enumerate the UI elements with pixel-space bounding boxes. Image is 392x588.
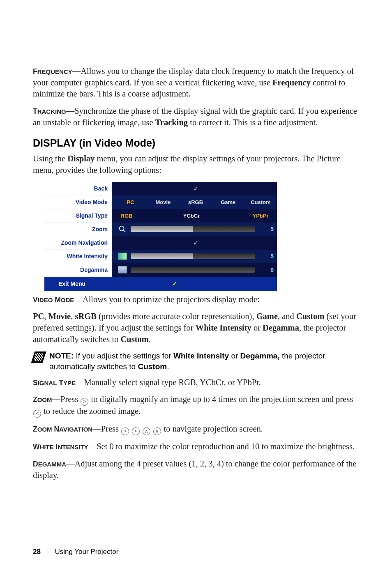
osd-row-white-intensity: White Intensity 5 — [44, 250, 277, 263]
osd-label-video-mode[interactable]: Video Mode — [44, 195, 112, 209]
note-t1: If you adjust the settings for — [74, 351, 173, 360]
signal-type-paragraph: SIGNAL TYPE—Manually select signal type … — [33, 377, 359, 388]
sep-comma: , — [44, 312, 48, 321]
tracking-term-rest: RACKING — [37, 108, 66, 115]
osd-zoom-values: 5 — [112, 223, 277, 236]
footer-separator — [48, 549, 48, 555]
white-int-term: W — [33, 443, 40, 451]
video-mode-term2: M — [53, 296, 60, 304]
note-b2: Degamma, — [240, 351, 280, 360]
right-button-icon: > — [81, 398, 88, 406]
white-int-term2-r: NTENSITY — [58, 443, 88, 450]
osd-opt-game[interactable]: Game — [212, 199, 244, 205]
intro-bold: Display — [67, 154, 95, 163]
video-mode-term: V — [33, 296, 38, 304]
sep: — — [76, 378, 84, 387]
video-mode-options-paragraph: PC, Movie, sRGB (provides more accurate … — [33, 311, 359, 345]
zoom-nav-t2: to navigate projection screen. — [161, 424, 263, 433]
check-icon: ✓ — [114, 239, 277, 247]
down-button-icon: ∨ — [153, 427, 161, 435]
note-b3: Custom — [138, 362, 167, 371]
opt-text1: (provides more accurate color representa… — [97, 312, 256, 321]
opt-custom2: Custom — [121, 335, 149, 344]
zoom-navigation-paragraph: ZOOM NAVIGATION—Press > < ∧ ∨ to navigat… — [33, 423, 359, 435]
degamma-value: 0 — [258, 266, 277, 273]
osd-zoom-nav-value: ✓ — [112, 236, 277, 250]
opt-white-intensity: White Intensity — [196, 323, 251, 332]
zoom-paragraph: ZOOM—Press > to digitally magnify an ima… — [33, 394, 359, 418]
right-button-icon: > — [121, 427, 129, 435]
sep-comma: , — [71, 312, 75, 321]
degamma-slider[interactable] — [131, 267, 255, 273]
frequency-bold: Frequency — [272, 78, 311, 87]
zoom-nav-term-r: OOM — [37, 426, 52, 433]
osd-opt-ycbcr[interactable]: YCbCr — [139, 213, 244, 219]
tracking-text-2: to correct it. This is a fine adjustment… — [188, 118, 318, 127]
osd-signal-type-values: RGB YCbCr YPbPr — [112, 209, 277, 223]
frequency-term-rest: REQUENCY — [37, 68, 72, 75]
osd-exit-menu[interactable]: Exit Menu ✓ — [44, 277, 277, 291]
zoom-value: 5 — [258, 226, 277, 232]
magnify-icon — [114, 225, 131, 234]
degamma-term-r: EGAMMA — [38, 461, 66, 468]
zoom-nav-term2: N — [52, 425, 60, 433]
note-b1: White Intensity — [173, 351, 229, 360]
zoom-t3: to reduce the zoomed image. — [42, 407, 141, 416]
sep: — — [74, 295, 83, 304]
white-int-term-r: HITE — [40, 443, 54, 450]
zoom-t1: Press — [60, 395, 80, 404]
osd-row-zoom: Zoom 5 — [44, 223, 277, 236]
note-text: NOTE: If you adjust the settings for Whi… — [49, 351, 359, 372]
osd-row-back: Back ✓ — [44, 182, 277, 195]
osd-label-back[interactable]: Back — [44, 182, 112, 195]
section-name: Using Your Projector — [55, 548, 118, 556]
tracking-paragraph: TRACKING—Synchronize the phase of the di… — [33, 106, 359, 128]
curve-icon — [114, 266, 131, 273]
opt-movie: Movie — [48, 312, 71, 321]
up-button-icon: ∧ — [143, 427, 150, 435]
degamma-paragraph: DEGAMMA—Adjust among the 4 preset values… — [33, 458, 359, 481]
osd-degamma-values: 0 — [112, 263, 277, 277]
osd-row-video-mode: Video Mode PC Movie sRGB Game Custom — [44, 195, 277, 209]
opt-text3: or — [251, 323, 263, 332]
osd-label-zoom-nav[interactable]: Zoom Navigation — [44, 236, 112, 250]
osd-label-degamma[interactable]: Degamma — [44, 263, 112, 277]
osd-opt-movie[interactable]: Movie — [147, 199, 179, 205]
osd-row-signal-type: Signal Type RGB YCbCr YPbPr — [44, 209, 277, 223]
osd-video-mode-values: PC Movie sRGB Game Custom — [112, 195, 277, 209]
opt-degamma: Degamma — [263, 323, 299, 332]
check-icon: ✓ — [172, 280, 177, 287]
svg-line-1 — [123, 230, 126, 232]
white-intensity-slider[interactable] — [131, 253, 255, 259]
osd-white-int-values: 5 — [112, 250, 277, 263]
video-mode-term-r: IDEO — [38, 296, 53, 303]
zoom-nav-t1: Press — [101, 424, 121, 433]
signal-type-term: S — [33, 379, 38, 387]
osd-opt-srgb[interactable]: sRGB — [179, 199, 212, 205]
left-button-icon: < — [132, 427, 140, 435]
signal-type-term-r: IGNAL — [38, 379, 57, 386]
osd-opt-pc[interactable]: PC — [114, 199, 147, 205]
frequency-term: F — [33, 67, 37, 76]
opt-game: Game — [256, 312, 278, 321]
intro-t1: Using the — [33, 154, 67, 163]
zoom-slider[interactable] — [131, 226, 255, 232]
note-icon — [31, 351, 46, 363]
osd-row-zoom-nav: Zoom Navigation ✓ — [44, 236, 277, 250]
osd-label-signal-type[interactable]: Signal Type — [44, 209, 112, 223]
opt-custom: Custom — [296, 312, 324, 321]
intro-paragraph: Using the Display menu, you can adjust t… — [33, 153, 359, 176]
osd-opt-custom[interactable]: Custom — [244, 199, 277, 205]
osd-label-white-intensity[interactable]: White Intensity — [44, 250, 112, 263]
frequency-paragraph: FFREQUENCYREQUENCY—Allows you to change … — [33, 66, 359, 100]
white-int-term2: I — [54, 443, 58, 451]
section-heading: DISPLAY (in Video Mode) — [33, 137, 359, 149]
zoom-term: Z — [33, 395, 37, 404]
opt-srgb: sRGB — [75, 312, 96, 321]
signal-type-text: Manually select signal type RGB, YCbCr, … — [84, 378, 261, 387]
zoom-t2: to digitally magnify an image up to 4 ti… — [89, 395, 353, 404]
degamma-term: D — [33, 460, 38, 468]
osd-opt-ypbpr[interactable]: YPbPr — [244, 213, 277, 219]
osd-label-zoom[interactable]: Zoom — [44, 223, 112, 236]
osd-opt-rgb[interactable]: RGB — [114, 213, 139, 219]
